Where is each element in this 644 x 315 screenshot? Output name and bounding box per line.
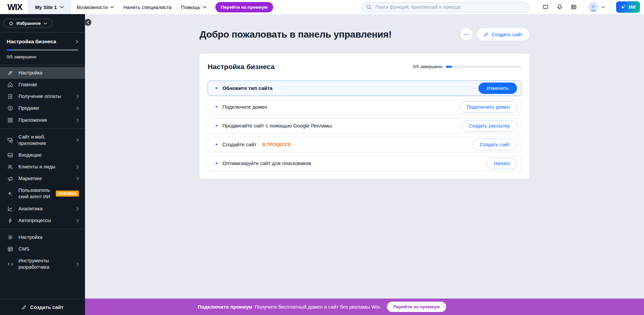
sidebar-collapse-button[interactable]	[84, 19, 91, 26]
top-bar: WIX My Site 1 Возможности Нанять специал…	[0, 0, 644, 14]
chevron-down-icon	[203, 6, 207, 8]
create-site-button[interactable]: Создать сайт	[477, 28, 529, 41]
upgrade-premium-button[interactable]: Перейти на премиум	[215, 2, 273, 12]
bullet-dot	[216, 144, 217, 145]
notifications-bell-icon[interactable]	[556, 4, 563, 10]
search-bar[interactable]	[361, 2, 529, 12]
pencil-icon	[483, 32, 489, 37]
chevron-down-icon	[601, 6, 605, 8]
sidebar-item-label: Инструменты разработчика	[18, 258, 72, 270]
sidebar-item-ai-agent[interactable]: Пользовательский агент ИИ НОВИНКА	[0, 185, 85, 203]
divider	[610, 3, 611, 11]
sidebar-item-inbox[interactable]: Входящие	[0, 149, 85, 161]
main-area: Добро пожаловать в панель управления! ..…	[85, 14, 644, 299]
devices-icon	[7, 137, 13, 143]
task-status-badge: В ПРОЦЕССЕ	[262, 142, 291, 147]
task-label: Обновите тип сайта	[222, 85, 272, 91]
sidebar-item-label: Пользовательский агент ИИ	[18, 187, 51, 200]
task-row-connect-domain[interactable]: Подключите домен Подключить домен	[208, 99, 521, 115]
card-title: Настройка бизнеса	[208, 63, 274, 71]
task-action-button[interactable]: Изменить	[478, 83, 517, 94]
task-row-seo[interactable]: Оптимизируйте сайт для поисковиков Начат…	[208, 156, 521, 171]
banner-premium-button[interactable]: Перейти на премиум	[387, 302, 446, 312]
nav-item-label: Возможности	[77, 4, 108, 10]
task-row-google-ads[interactable]: Продвигайте сайт с помощью Google Реклам…	[208, 118, 521, 134]
apps-icon	[7, 117, 13, 123]
sidebar-item-label: Клиенты и лиды	[18, 164, 72, 170]
chevron-down-icon	[44, 22, 47, 24]
rocket-icon	[7, 70, 13, 76]
bullet-dot	[216, 162, 217, 164]
nav-item-label: Нанять специалиста	[123, 4, 171, 10]
card-progress-bar	[446, 66, 521, 68]
ai-button-label: ИИ	[629, 4, 636, 10]
banner-text: Получите бесплатный домен и сайт без рек…	[255, 304, 381, 310]
sidebar-create-site-label: Создать сайт	[30, 304, 63, 310]
sidebar-item-payments[interactable]: $ Получение оплаты	[0, 91, 85, 102]
sidebar-item-setup[interactable]: Настройка	[0, 67, 85, 79]
task-action-button[interactable]: Подключить домен	[460, 101, 517, 113]
lightning-icon	[7, 217, 13, 224]
ai-sparkle-icon	[620, 4, 626, 10]
sidebar-item-apps[interactable]: Приложения	[0, 114, 85, 126]
task-action-button[interactable]: Создать сайт	[473, 139, 517, 150]
ai-assistant-button[interactable]: ИИ	[616, 1, 640, 13]
sidebar-item-analytics[interactable]: Аналитика	[0, 203, 85, 215]
nav-item-features[interactable]: Возможности	[77, 4, 114, 10]
sidebar-create-site-button[interactable]: Создать сайт	[0, 299, 85, 315]
sidebar-item-settings[interactable]: Настройка	[0, 231, 85, 243]
ai-agent-icon	[7, 191, 13, 197]
site-selector[interactable]: My Site 1	[28, 0, 71, 14]
table-icon	[7, 246, 13, 252]
divider	[583, 3, 583, 11]
premium-banner: Подключите премиум Получите бесплатный д…	[0, 299, 644, 315]
sidebar-menu: Настройка Главная $ Получение оплаты $ П…	[0, 65, 85, 273]
sidebar-item-automations[interactable]: Автопроцессы	[0, 215, 85, 226]
gear-icon	[7, 234, 13, 241]
sidebar-item-label: Входящие	[18, 152, 79, 158]
task-row-update-site-type[interactable]: Обновите тип сайта Изменить	[208, 81, 521, 96]
chevron-right-icon	[77, 95, 79, 98]
chevron-right-icon	[77, 177, 79, 180]
sidebar-item-marketing[interactable]: Маркетинг	[0, 173, 85, 185]
sidebar-item-label: Главная	[18, 82, 79, 88]
sidebar-item-cms[interactable]: CMS	[0, 243, 85, 255]
favorites-button[interactable]: Избранное	[3, 19, 52, 28]
sidebar-item-sales[interactable]: $ Продажи	[0, 102, 85, 114]
sidebar-item-home[interactable]: Главная	[0, 79, 85, 91]
nav-item-hire-professional[interactable]: Нанять специалиста	[123, 4, 171, 10]
create-site-label: Создать сайт	[492, 32, 523, 37]
business-setup-summary[interactable]: Настройка бизнеса 0/5 завершено	[0, 33, 85, 65]
search-input[interactable]	[375, 4, 525, 10]
task-action-button[interactable]: Создать рассылку	[462, 120, 517, 132]
sidebar-item-label: Настройка	[18, 234, 79, 241]
business-setup-title: Настройка бизнеса	[7, 39, 56, 45]
sidebar-item-site-mobile[interactable]: Сайт и моб. приложение	[0, 131, 85, 149]
chevron-left-icon	[87, 21, 89, 24]
task-list: Обновите тип сайта Изменить Подключите д…	[208, 81, 521, 171]
task-row-create-site[interactable]: Создайте сайт В ПРОЦЕССЕ Создать сайт	[208, 137, 521, 152]
chevron-right-icon	[77, 262, 79, 266]
sidebar-item-label: Настройка	[18, 70, 79, 76]
news-feed-icon[interactable]	[570, 4, 577, 10]
task-action-button[interactable]: Начать	[487, 158, 517, 169]
chevron-right-icon	[77, 207, 79, 211]
favorites-label: Избранное	[16, 21, 41, 26]
nav-item-help[interactable]: Помощь	[181, 4, 207, 10]
banner-bold-text: Подключите премиум	[198, 304, 252, 310]
sidebar-item-contacts[interactable]: Клиенты и лиды	[0, 161, 85, 173]
task-label: Оптимизируйте сайт для поисковиков	[222, 160, 311, 166]
card-progress-label: 0/5 завершено	[413, 64, 442, 69]
chat-icon[interactable]	[542, 4, 549, 10]
chevron-right-icon	[77, 219, 79, 222]
bullet-dot	[216, 125, 217, 126]
analytics-icon	[7, 206, 13, 212]
account-menu[interactable]	[588, 2, 605, 12]
more-actions-button[interactable]: ...	[460, 28, 473, 41]
new-badge: НОВИНКА	[56, 191, 79, 197]
chevron-down-icon	[110, 6, 114, 8]
sidebar-item-label: Приложения	[18, 117, 72, 123]
wix-logo[interactable]: WIX	[7, 2, 22, 12]
sidebar-item-dev-tools[interactable]: Инструменты разработчика	[0, 255, 85, 273]
bullet-dot	[216, 106, 217, 108]
